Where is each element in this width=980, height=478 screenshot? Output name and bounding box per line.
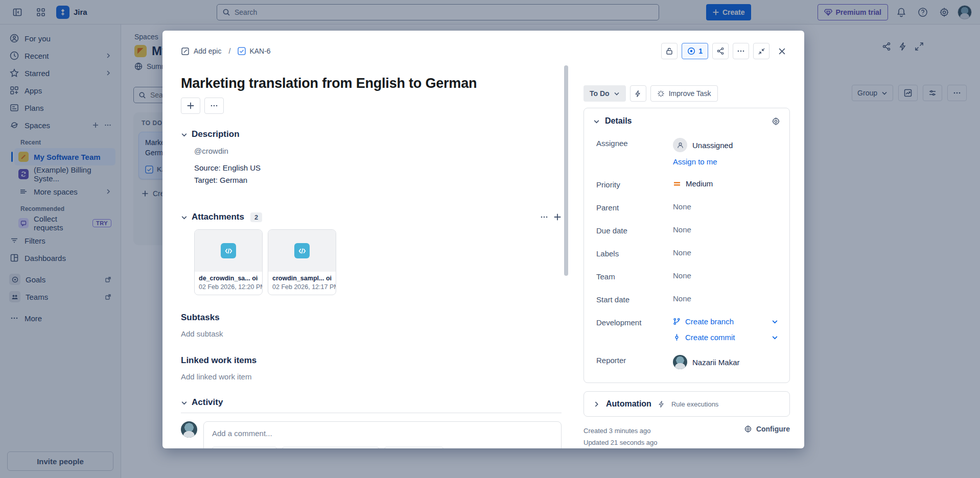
- team-value[interactable]: None: [673, 271, 778, 280]
- attachment-card[interactable]: de_crowdin_sa... oid.xml 02 Feb 2026, 12…: [194, 229, 263, 295]
- comment-placeholder: Add a comment...: [212, 429, 553, 438]
- collapse-modal-icon[interactable]: [753, 43, 769, 59]
- comment-box[interactable]: Add a comment... Suggest a reply Who is …: [203, 421, 562, 448]
- description-section-header[interactable]: Description: [181, 129, 562, 139]
- parent-label: Parent: [596, 202, 673, 212]
- watch-eye-icon: [687, 47, 695, 55]
- reporter-label: Reporter: [596, 355, 673, 365]
- watch-button[interactable]: 1: [682, 43, 708, 59]
- due-date-value[interactable]: None: [673, 225, 778, 234]
- attachments-add-icon[interactable]: [553, 213, 562, 221]
- attachment-thumbnail: [195, 230, 262, 272]
- description-source-line: Source: English US: [194, 163, 562, 172]
- chevron-down-icon: [181, 399, 188, 406]
- more-actions-button[interactable]: [204, 98, 224, 114]
- details-panel: Details Assignee Unassigned Assign to me: [584, 108, 790, 383]
- priority-label: Priority: [596, 179, 673, 189]
- unassigned-avatar-icon: [673, 138, 687, 152]
- priority-medium-icon: [673, 180, 681, 187]
- automation-bolt-button[interactable]: [630, 85, 646, 102]
- configure-button[interactable]: Configure: [744, 425, 790, 433]
- attachments-section-header[interactable]: Attachments 2: [181, 212, 562, 222]
- chevron-down-icon: [614, 90, 620, 97]
- add-epic-button[interactable]: Add epic: [181, 47, 221, 56]
- issue-key-link[interactable]: KAN-6: [238, 47, 270, 55]
- updated-timestamp: Updated 21 seconds ago: [584, 437, 658, 448]
- start-date-label: Start date: [596, 294, 673, 304]
- rule-executions-label: Rule executions: [671, 400, 719, 408]
- issue-title[interactable]: Marketing translation from English to Ge…: [181, 76, 562, 91]
- current-user-avatar: [181, 421, 197, 438]
- create-commit-link[interactable]: Create commit: [673, 333, 778, 342]
- created-timestamp: Created 3 minutes ago: [584, 425, 658, 437]
- create-branch-link[interactable]: Create branch: [673, 317, 778, 326]
- chevron-down-icon[interactable]: [772, 334, 778, 341]
- details-settings-icon[interactable]: [772, 117, 780, 126]
- branch-icon: [673, 318, 681, 325]
- mention-crowdin[interactable]: @crowdin: [194, 147, 562, 155]
- due-date-label: Due date: [596, 225, 673, 235]
- who-is-working-button[interactable]: Who is working on this...?: [282, 447, 379, 448]
- attachment-card[interactable]: crowdin_sampl... oid.xml 02 Feb 2026, 12…: [268, 229, 336, 295]
- linked-items-section-header: Linked work items: [181, 355, 562, 366]
- chevron-right-icon: [593, 401, 600, 408]
- chevron-down-icon[interactable]: [593, 118, 600, 125]
- assignee-label: Assignee: [596, 138, 673, 148]
- team-label: Team: [596, 271, 673, 281]
- lock-icon[interactable]: [661, 43, 678, 59]
- labels-label: Labels: [596, 248, 673, 258]
- reporter-value[interactable]: Nazarii Makar: [673, 355, 778, 369]
- add-subtask-field[interactable]: Add subtask: [181, 329, 562, 338]
- modal-scrollbar[interactable]: [564, 65, 568, 276]
- subtasks-section-header: Subtasks: [181, 313, 562, 323]
- labels-value[interactable]: None: [673, 248, 778, 257]
- assign-to-me-link[interactable]: Assign to me: [673, 157, 717, 166]
- xml-file-icon: [221, 243, 236, 258]
- description-target-line: Target: German: [194, 176, 562, 184]
- more-horizontal-icon[interactable]: [733, 43, 749, 59]
- close-icon[interactable]: [774, 43, 790, 59]
- chevron-down-icon[interactable]: [772, 318, 778, 325]
- xml-file-icon: [294, 243, 310, 258]
- development-label: Development: [596, 317, 673, 327]
- activity-section-header[interactable]: Activity: [181, 397, 562, 408]
- issue-modal: Add epic / KAN-6 1 Marketing translation…: [162, 31, 804, 448]
- start-date-value[interactable]: None: [673, 294, 778, 303]
- breadcrumb-separator: /: [226, 47, 232, 55]
- attachments-more-icon[interactable]: [540, 213, 548, 221]
- task-type-icon: [238, 47, 246, 55]
- add-content-button[interactable]: [181, 98, 200, 114]
- divider: [181, 413, 562, 413]
- priority-value[interactable]: Medium: [673, 179, 778, 188]
- attachment-thumbnail: [268, 230, 336, 272]
- gear-icon: [744, 425, 752, 433]
- improve-task-button[interactable]: Improve Task: [650, 85, 718, 102]
- status-update-button[interactable]: Status update: [384, 447, 444, 448]
- share-icon[interactable]: [712, 43, 729, 59]
- attachments-count-badge: 2: [250, 212, 262, 222]
- parent-value[interactable]: None: [673, 202, 778, 211]
- add-epic-icon: [181, 47, 190, 56]
- automation-bolt-icon: [658, 400, 665, 408]
- reporter-avatar: [673, 355, 687, 369]
- chevron-down-icon: [181, 131, 188, 138]
- add-linked-item-field[interactable]: Add linked work item: [181, 372, 562, 381]
- automation-panel[interactable]: Automation Rule executions: [584, 391, 790, 417]
- status-dropdown[interactable]: To Do: [584, 85, 626, 102]
- suggest-reply-button[interactable]: Suggest a reply: [212, 447, 277, 448]
- ai-sparkle-icon: [657, 90, 665, 98]
- chevron-down-icon: [181, 214, 188, 221]
- assignee-value[interactable]: Unassigned: [673, 138, 778, 152]
- commit-icon: [673, 333, 681, 341]
